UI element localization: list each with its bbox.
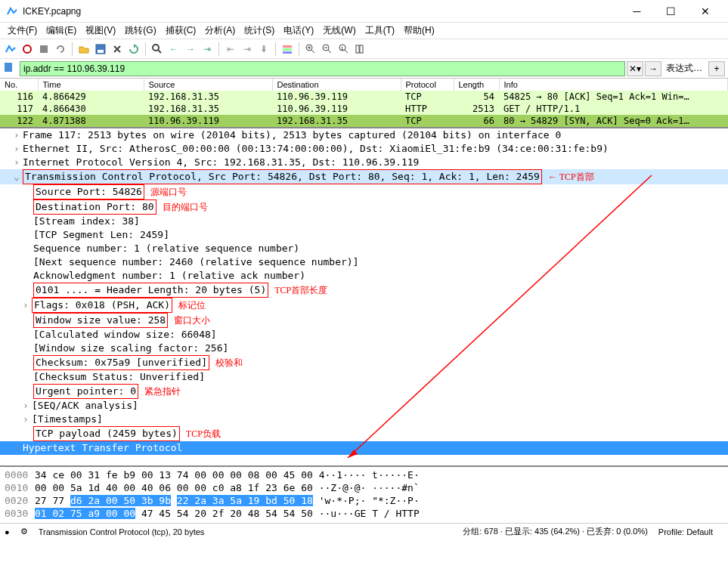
expression-button[interactable]: 表达式… [661,62,707,75]
packet-row[interactable]: 1174.866430192.168.31.35110.96.39.119HTT… [0,103,728,115]
tcp-line[interactable]: Transmission Control Protocol, Src Port:… [23,169,542,184]
packet-row[interactable]: 1224.871388110.96.39.119192.168.31.35TCP… [0,115,728,127]
shark-icon[interactable] [3,42,18,57]
hex-row[interactable]: 001000 00 5a 1d 40 00 40 06 00 00 c0 a8 … [5,481,723,494]
autoscroll-icon[interactable]: ⬇ [256,42,271,57]
svg-text:1: 1 [341,46,344,51]
tcp-payload[interactable]: TCP payload (2459 bytes) [33,426,180,441]
save-icon[interactable] [93,42,108,57]
src-port[interactable]: Source Port: 54826 [33,184,144,199]
frame-line[interactable]: Frame 117: 2513 bytes on wire (20104 bit… [23,129,561,141]
svg-rect-7 [283,51,292,54]
col-time[interactable]: Time [38,79,144,91]
hex-row[interactable]: 000034 ce 00 31 fe b9 00 13 74 00 00 00 … [5,468,723,481]
menu-wireless[interactable]: 无线(W) [318,23,360,39]
svg-rect-14 [5,63,12,72]
svg-point-4 [153,45,159,51]
menu-tools[interactable]: 工具(T) [361,23,399,39]
seqack[interactable]: [SEQ/ACK analysis] [32,400,138,411]
packet-list[interactable]: No. Time Source Destination Protocol Len… [0,79,728,128]
restart-icon[interactable] [53,42,68,57]
col-len[interactable]: Length [454,79,499,91]
eth-line[interactable]: Ethernet II, Src: AtherosC_00:00:00 (00:… [23,143,609,154]
svg-point-0 [23,45,31,53]
win-scale[interactable]: [Window size scaling factor: 256] [33,342,228,354]
col-dest[interactable]: Destination [272,79,401,91]
ack-num[interactable]: Acknowledgment number: 1 (relative ack n… [33,270,305,281]
packet-details[interactable]: ›Frame 117: 2513 bytes on wire (20104 bi… [0,128,728,467]
http-line[interactable]: Hypertext Transfer Protocol [23,442,182,453]
open-icon[interactable] [76,42,91,57]
header-len[interactable]: 0101 .... = Header Length: 20 bytes (5) [33,283,268,298]
menu-view[interactable]: 视图(V) [81,23,120,39]
apply-filter-icon[interactable]: → [645,61,661,76]
filter-bar: ✕▾ → 表达式… + [0,59,728,79]
last-icon[interactable]: ⇥ [240,42,255,57]
close-file-icon[interactable] [110,42,125,57]
svg-rect-13 [360,45,363,53]
toolbar: ← → ⇥ ⇤ ⇥ ⬇ 1 [0,39,728,59]
tcp-annotation: ← TCP首部 [548,172,594,182]
bookmark-icon[interactable] [3,62,17,76]
filter-input[interactable] [20,61,625,76]
minimize-button[interactable]: ─ [620,1,654,22]
menu-help[interactable]: 帮助(H) [399,23,439,39]
col-source[interactable]: Source [144,79,272,91]
col-no[interactable]: No. [0,79,38,91]
col-proto[interactable]: Protocol [401,79,454,91]
menu-statistics[interactable]: 统计(S) [240,23,279,39]
find-icon[interactable] [150,42,165,57]
stream-index[interactable]: [Stream index: 38] [33,215,140,227]
hex-pane[interactable]: 000034 ce 00 31 fe b9 00 13 74 00 00 00 … [0,467,728,523]
add-filter-button[interactable]: + [708,61,725,76]
clear-filter-icon[interactable]: ✕▾ [627,61,643,76]
menu-telephony[interactable]: 电话(Y) [279,23,318,39]
flags[interactable]: Flags: 0x018 (PSH, ACK) [32,298,172,313]
menubar: 文件(F) 编辑(E) 视图(V) 跳转(G) 捕获(C) 分析(A) 统计(S… [0,23,728,39]
checksum[interactable]: Checksum: 0x75a9 [unverified] [33,355,209,370]
menu-file[interactable]: 文件(F) [3,23,42,39]
hex-row[interactable]: 002027 77 d6 2a 00 50 3b 9b 22 2a 3a 5a … [5,494,723,507]
titlebar: ICKEY.pcapng ─ ☐ ✕ [0,0,728,23]
calc-win[interactable]: [Calculated window size: 66048] [33,329,217,340]
close-button[interactable]: ✕ [688,1,722,22]
dst-port[interactable]: Destination Port: 80 [33,199,156,215]
win-size[interactable]: Window size value: 258 [33,313,168,328]
zoom-in-icon[interactable] [303,42,318,57]
next-seq[interactable]: [Next sequence number: 2460 (relative se… [33,256,358,267]
zoom-out-icon[interactable] [320,42,335,57]
resize-cols-icon[interactable] [353,42,368,57]
colorize-icon[interactable] [280,42,295,57]
ip-line[interactable]: Internet Protocol Version 4, Src: 192.16… [23,156,419,168]
prev-icon[interactable]: ← [166,42,181,57]
checksum-status[interactable]: [Checksum Status: Unverified] [33,371,205,382]
capture-options-icon[interactable] [20,42,35,57]
first-icon[interactable]: ⇤ [223,42,238,57]
maximize-button[interactable]: ☐ [654,1,688,22]
status-protocol: Transmission Control Protocol (tcp), 20 … [39,527,205,536]
seq-num[interactable]: Sequence number: 1 (relative sequence nu… [33,243,299,254]
menu-analyze[interactable]: 分析(A) [200,23,240,39]
next-icon[interactable]: → [183,42,198,57]
reload-icon[interactable] [126,42,141,57]
menu-capture[interactable]: 捕获(C) [161,23,201,39]
statusbar: ● ⚙ Transmission Control Protocol (tcp),… [0,523,728,539]
menu-edit[interactable]: 编辑(E) [42,23,81,39]
status-profile[interactable]: Profile: Default [658,527,713,536]
goto-icon[interactable]: ⇥ [200,42,215,57]
zoom-reset-icon[interactable]: 1 [336,42,352,57]
seg-len[interactable]: [TCP Segment Len: 2459] [33,229,169,240]
app-icon [6,5,18,17]
svg-rect-5 [283,45,292,48]
svg-rect-1 [40,45,48,53]
urgent-ptr[interactable]: Urgent pointer: 0 [33,384,138,399]
status-ready-icon: ● [5,527,10,536]
status-capture-icon: ⚙ [20,527,28,536]
stop-icon[interactable] [36,42,51,57]
menu-go[interactable]: 跳转(G) [120,23,160,39]
packet-row[interactable]: 1164.866429192.168.31.35110.96.39.119TCP… [0,91,728,103]
timestamps[interactable]: [Timestamps] [32,413,103,425]
col-info[interactable]: Info [499,79,728,91]
hex-row[interactable]: 003001 02 75 a9 00 00 47 45 54 20 2f 20 … [5,507,723,520]
svg-rect-3 [98,50,104,53]
